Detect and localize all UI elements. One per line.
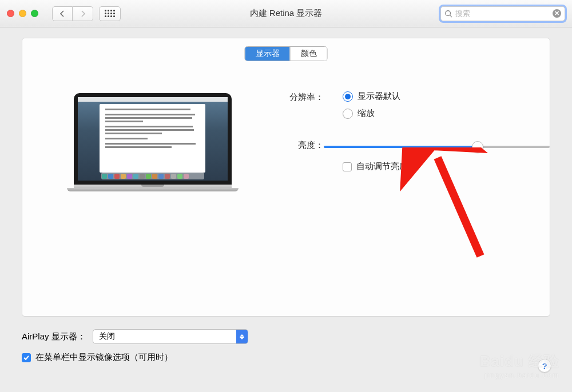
nav-buttons xyxy=(52,6,93,21)
svg-point-0 xyxy=(446,10,451,15)
window-title: 内建 Retina 显示器 xyxy=(250,8,323,19)
search-field[interactable]: ✕ xyxy=(440,6,565,21)
checkmark-icon xyxy=(23,354,30,361)
brightness-slider[interactable] xyxy=(324,141,550,153)
grid-icon xyxy=(105,10,115,17)
titlebar: 内建 Retina 显示器 ✕ xyxy=(0,0,572,27)
tab-color[interactable]: 颜色 xyxy=(290,47,327,61)
minimize-button[interactable] xyxy=(19,10,26,17)
clear-search-button[interactable]: ✕ xyxy=(553,9,561,18)
radio-default[interactable] xyxy=(343,91,353,102)
help-button[interactable]: ? xyxy=(538,359,551,373)
mirror-row[interactable]: 在菜单栏中显示镜像选项（可用时） xyxy=(22,352,173,363)
forward-button[interactable] xyxy=(73,6,93,21)
resolution-default-row[interactable]: 显示器默认 xyxy=(343,91,400,102)
radio-default-label: 显示器默认 xyxy=(357,91,400,102)
resolution-label: 分辨率： xyxy=(255,92,324,103)
mirror-checkbox[interactable] xyxy=(22,353,31,362)
airplay-row: AirPlay 显示器： 关闭 xyxy=(22,329,248,344)
slider-fill xyxy=(324,146,478,148)
svg-line-1 xyxy=(450,15,452,17)
auto-brightness-row[interactable]: 自动调节亮度 xyxy=(343,161,408,172)
radio-scaled-label: 缩放 xyxy=(357,108,375,119)
popup-arrows-icon xyxy=(236,330,248,343)
auto-brightness-label: 自动调节亮度 xyxy=(356,161,408,172)
mirror-label: 在菜单栏中显示镜像选项（可用时） xyxy=(35,352,173,363)
slider-thumb[interactable] xyxy=(472,141,483,153)
content-panel: 显示器 颜色 分辨率： 显示器默认 缩放 xyxy=(22,38,550,317)
window-controls xyxy=(7,10,38,17)
auto-brightness-checkbox[interactable] xyxy=(343,162,352,171)
airplay-value: 关闭 xyxy=(99,331,115,342)
resolution-scaled-row[interactable]: 缩放 xyxy=(343,108,375,119)
radio-scaled[interactable] xyxy=(343,109,353,119)
close-button[interactable] xyxy=(7,10,14,17)
search-icon xyxy=(444,10,452,18)
airplay-popup[interactable]: 关闭 xyxy=(93,329,248,344)
airplay-label: AirPlay 显示器： xyxy=(22,331,86,342)
tab-segmented-control: 显示器 颜色 xyxy=(245,46,328,61)
brightness-label: 亮度： xyxy=(255,140,324,151)
search-input[interactable] xyxy=(455,9,553,18)
show-all-button[interactable] xyxy=(99,6,121,21)
zoom-button[interactable] xyxy=(31,10,38,17)
back-button[interactable] xyxy=(52,6,73,21)
display-illustration xyxy=(74,93,232,189)
tab-display[interactable]: 显示器 xyxy=(245,47,290,61)
